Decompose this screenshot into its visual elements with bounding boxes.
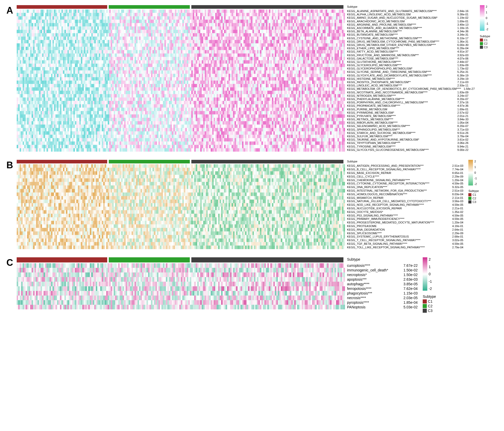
panel-a-color-scale: 210-1-2 xyxy=(480,5,490,31)
heatmap-row-label: KEGG_STARCH_AND_SUCROSE_METABOLISM****9.… xyxy=(347,131,475,135)
pathway-pvalue: 1.58e-27 xyxy=(463,87,475,90)
panel-b: B Subtype KEGG_ANTIGEN_PROCESSING_AND_PR… xyxy=(5,160,499,250)
heatmap-row-label: KEGG_LINOLEIC_ACID_METABOLISM****2.93e-1… xyxy=(347,84,475,87)
pathway-pvalue: 2.93e-11 xyxy=(457,84,468,87)
subtype-swatch-c1 xyxy=(480,38,483,42)
pathway-pvalue: 3.71e-03 xyxy=(457,128,468,131)
heatmap-row-label: KEGG_CELL_CYCLE****2.29e-09 xyxy=(347,175,463,178)
heatmap-row-label: KEGG_INTESTINAL_NETWORK_FOR_IGA_PRODUCTI… xyxy=(347,189,463,193)
pathway-pvalue: 6.10e-17 xyxy=(457,37,468,40)
pathway-name: KEGG_NUCLEOTIDE_EXCISION_REPAIR xyxy=(347,207,450,210)
subtype-legend-label: C1 xyxy=(472,193,476,196)
pathway-name: apoptosis*** xyxy=(347,278,401,281)
heatmap-row-label: KEGG_INOSITOL_PHOSPHATE_METABOLISM**7.11… xyxy=(347,81,475,84)
pathway-name: KEGG_SPLICEOSOME**** xyxy=(347,232,450,235)
pathway-pvalue: 6.28e-04 xyxy=(457,47,468,50)
panel-a-heatmap xyxy=(17,9,345,152)
pathway-name: KEGG_ANTIGEN_PROCESSING_AND_PRESENTATION… xyxy=(347,164,450,167)
pathway-name: necroptosis* xyxy=(347,273,401,277)
pathway-pvalue: 2.57e-02 xyxy=(457,111,468,114)
pathway-name: KEGG_TAURINE_AND_HYPOTAURINE_METABOLISM* xyxy=(347,138,455,141)
pathway-name: KEGG_INOSITOL_PHOSPHATE_METABOLISM** xyxy=(347,81,455,84)
pathway-pvalue: 9.00e-22 xyxy=(457,149,468,151)
heatmap-row-label: curroptosis****7.67e-22 xyxy=(347,263,418,268)
heatmap-row-label: necroptosis*1.50e-02 xyxy=(347,272,418,277)
scale-tick: -1 xyxy=(429,279,432,283)
heatmap-row-label: KEGG_MISMATCH_REPAIR2.11e-01 xyxy=(347,196,463,200)
pathway-pvalue: 7.11e-03 xyxy=(457,81,468,84)
scale-tick: 0 xyxy=(429,272,432,276)
pathway-pvalue: 1.85e-04 xyxy=(403,301,418,304)
heatmap-row-label: KEGG_TYROSINE_METABOLISM****9.94e-21 xyxy=(347,145,475,148)
pathway-pvalue: 3.29e-19 xyxy=(457,77,468,80)
pathway-name: KEGG_STARCH_AND_SUCROSE_METABOLISM**** xyxy=(347,132,455,134)
pathway-name: KEGG_BUTANOATE_METABOLISM**** xyxy=(347,33,455,36)
heatmap-row-label: KEGG_CHEMOKINE_SIGNALING_PATHWAY****1.20… xyxy=(347,178,463,182)
pathway-pvalue: 3.78e-04 xyxy=(457,135,468,138)
pathway-name: KEGG_FATTY_ACID_METABOLISM**** xyxy=(347,50,455,53)
panel-a-heatmap-area: Subtype xyxy=(5,5,345,152)
scale-tick: -2 xyxy=(474,182,477,185)
pathway-pvalue: 4.59e-05 xyxy=(452,214,463,217)
pathway-name: KEGG_ARGININE_AND_PROLINE_METABOLISM**** xyxy=(347,23,455,26)
subtype-legend-item-c1: C1 xyxy=(423,299,436,303)
pathway-name: KEGG_METABOLISM_OF_XENOBIOTICS_BY_CYTOCH… xyxy=(347,87,461,90)
pathway-name: KEGG_ALANINE_ASPARTATE_AND_GLUTAMATE_MET… xyxy=(347,10,455,13)
pathway-pvalue: 1.73e-02 xyxy=(457,67,468,70)
pathway-pvalue: 3.85e-05 xyxy=(403,282,418,286)
heatmap-row-label: KEGG_NICOTINATE_AND_NICOTINAMIDE_METABOL… xyxy=(347,91,475,94)
heatmap-row-label: KEGG_SPLICEOSOME****2.29e-09 xyxy=(347,231,463,235)
pathway-name: KEGG_CELL_CYCLE**** xyxy=(347,175,450,178)
heatmap-row-label: KEGG_DRUG_METABOLISM_CYTOCHROME_P450_MET… xyxy=(347,40,475,43)
heatmap-row-label: KEGG_PORPHYRIN_AND_CHLOROPHYLL_METABOLIS… xyxy=(347,101,475,104)
pathway-name: KEGG_PURINE_METABOLISM xyxy=(347,108,455,111)
pathway-pvalue: 1.35e-02 xyxy=(452,211,463,213)
heatmap-row-label: KEGG_CYSTEINE_AND_METHIONINE_METABOLISM*… xyxy=(347,37,475,40)
heatmap-row-label: KEGG_ASCORBATE_AND_ALDARATE_METABOLISM**… xyxy=(347,26,475,30)
pathway-pvalue: 2.51e-03 xyxy=(452,164,463,167)
heatmap-row-label: pyroptosis****1.85e-04 xyxy=(347,300,418,305)
pathway-name: KEGG_SYSTEMIC_LUPUS_ERYTHEMATOSUS xyxy=(347,235,450,238)
scale-tick: -1 xyxy=(486,22,488,25)
heatmap-row-label: KEGG_OOCYTE_MEIOSIS*1.35e-02 xyxy=(347,210,463,214)
panel-c-heatmap-area: Subtype xyxy=(5,257,345,310)
pathway-name: KEGG_GALACTOSE_METABOLISM**** xyxy=(347,57,455,60)
subtype-legend-label: C1 xyxy=(484,38,488,42)
pathway-pvalue: 2.44e-07 xyxy=(457,61,468,63)
pathway-pvalue: 1.69e-01 xyxy=(457,20,468,23)
panel-a-subtype-legend: Subtype C1C2C3 xyxy=(480,35,490,49)
pathway-name: phagocytosis*** xyxy=(347,291,401,295)
heatmap-row-label: KEGG_TGF_BETA_SIGNALING_PATHWAY****4.59e… xyxy=(347,242,463,246)
heatmap-row-label: KEGG_FATTY_ACID_METABOLISM****4.91e-37 xyxy=(347,50,475,53)
heatmap-row-label: KEGG_BASE_EXCISION_REPAIR8.65e-01 xyxy=(347,171,463,175)
pathway-pvalue: 4.59e-05 xyxy=(452,203,463,206)
pathway-pvalue: 2.63e-03 xyxy=(403,278,418,281)
panel-c-scale-ticks: 210-1-2 xyxy=(429,257,432,291)
heatmap-row-label: phagocytosis***1.15e-03 xyxy=(347,291,418,296)
pathway-name: KEGG_FRUCTOSE_AND_MANNOSE_METABOLISM*** xyxy=(347,54,455,57)
heatmap-row-label: KEGG_GLYCEROLIPID_METABOLISM****1.83e-09 xyxy=(347,64,475,67)
pathway-name: KEGG_ETHER_LIPID_METABOLISM**** xyxy=(347,47,455,50)
pathway-pvalue: 2.51e-03 xyxy=(452,189,463,192)
subtype-legend-label: C3 xyxy=(428,309,432,313)
pathway-name: KEGG_CYSTEINE_AND_METHIONINE_METABOLISM*… xyxy=(347,37,455,40)
pathway-name: KEGG_SELENOAMINO_ACID_METABOLISM**** xyxy=(347,125,455,128)
subtype-swatch-c3 xyxy=(468,200,471,203)
panel-b-heatmap xyxy=(17,164,345,249)
heatmap-row-label: KEGG_GLYCEROPHOSPHOLIPID_METABOLISM*1.73… xyxy=(347,67,475,70)
pathway-name: KEGG_TOLL_LIKE_RECEPTOR_SIGNALING_PATHWA… xyxy=(347,246,450,249)
pathway-name: KEGG_GLYCINE_SERINE_AND_THREONINE_METABO… xyxy=(347,71,455,73)
pathway-pvalue: 2.79e-04 xyxy=(452,246,463,249)
panel-c-label: C xyxy=(6,257,13,268)
pathway-name: KEGG_SULFUR_METABOLISM**** xyxy=(347,135,455,138)
pathway-name: KEGG_TRYPTOPHAN_METABOLISM**** xyxy=(347,142,455,144)
pathway-pvalue: 7.62e-04 xyxy=(403,287,418,290)
pathway-name: KEGG_DRUG_METABOLISM_OTHER_ENZYMES_METAB… xyxy=(347,44,455,46)
heatmap-row-label: KEGG_SYSTEMIC_LUPUS_ERYTHEMATOSUS2.68e-0… xyxy=(347,235,463,239)
panel-b-label: B xyxy=(6,160,13,171)
pathway-name: KEGG_DNA_REPLICATION**** xyxy=(347,186,450,189)
subtype-swatch-c2 xyxy=(468,197,471,200)
subtype-legend-item-c3: C3 xyxy=(423,309,436,313)
pathway-pvalue: 8.03e-04 xyxy=(452,193,463,196)
subtype-segment-c2 xyxy=(109,160,190,163)
